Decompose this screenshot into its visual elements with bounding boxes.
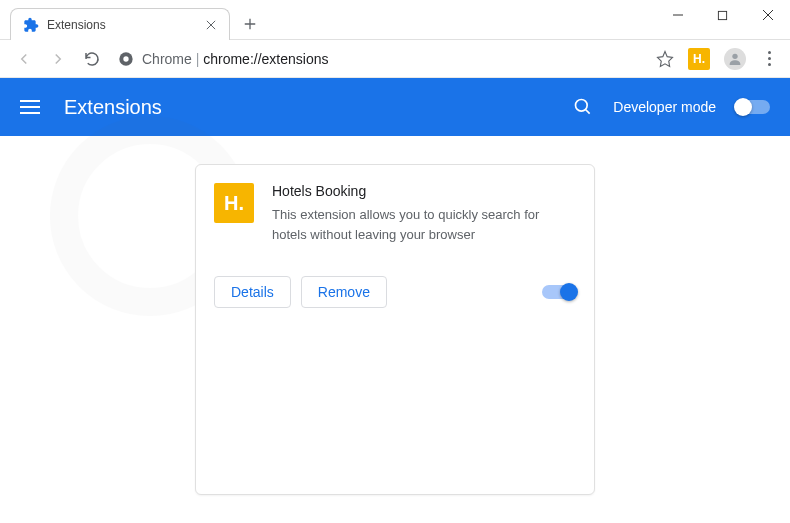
kebab-menu-icon[interactable]	[760, 50, 778, 68]
remove-button[interactable]: Remove	[301, 276, 387, 308]
content-area: risk.com H. Hotels Booking This extensio…	[0, 136, 790, 523]
close-window-button[interactable]	[745, 0, 790, 30]
window-titlebar: Extensions	[0, 0, 790, 40]
extension-name: Hotels Booking	[272, 183, 576, 199]
search-icon[interactable]	[573, 97, 593, 117]
address-text: Chrome | chrome://extensions	[142, 51, 329, 67]
developer-mode-label: Developer mode	[613, 99, 716, 115]
tab-title: Extensions	[47, 18, 195, 32]
chrome-icon	[118, 51, 134, 67]
address-bar: Chrome | chrome://extensions H.	[0, 40, 790, 78]
extension-badge-icon[interactable]: H.	[688, 48, 710, 70]
forward-button[interactable]	[46, 47, 70, 71]
svg-rect-0	[718, 11, 726, 19]
svg-point-2	[123, 56, 128, 61]
extension-enable-toggle[interactable]	[542, 285, 576, 299]
extensions-header: Extensions Developer mode	[0, 78, 790, 136]
extension-card: H. Hotels Booking This extension allows …	[195, 164, 595, 495]
extension-description: This extension allows you to quickly sea…	[272, 205, 576, 244]
browser-tab[interactable]: Extensions	[10, 8, 230, 40]
puzzle-icon	[23, 17, 39, 33]
hamburger-menu-icon[interactable]	[20, 100, 40, 114]
address-field[interactable]: Chrome | chrome://extensions	[114, 51, 646, 67]
close-tab-icon[interactable]	[203, 17, 219, 33]
maximize-button[interactable]	[700, 0, 745, 30]
reload-button[interactable]	[80, 47, 104, 71]
details-button[interactable]: Details	[214, 276, 291, 308]
window-controls	[655, 0, 790, 30]
svg-point-3	[732, 53, 737, 58]
back-button[interactable]	[12, 47, 36, 71]
bookmark-star-icon[interactable]	[656, 50, 674, 68]
new-tab-button[interactable]	[236, 10, 264, 38]
extension-icon: H.	[214, 183, 254, 223]
page-title: Extensions	[64, 96, 162, 119]
developer-mode-toggle[interactable]	[736, 100, 770, 114]
tab-strip: Extensions	[10, 8, 264, 40]
svg-point-4	[576, 100, 588, 112]
toolbar-right: H.	[656, 48, 778, 70]
minimize-button[interactable]	[655, 0, 700, 30]
profile-avatar[interactable]	[724, 48, 746, 70]
